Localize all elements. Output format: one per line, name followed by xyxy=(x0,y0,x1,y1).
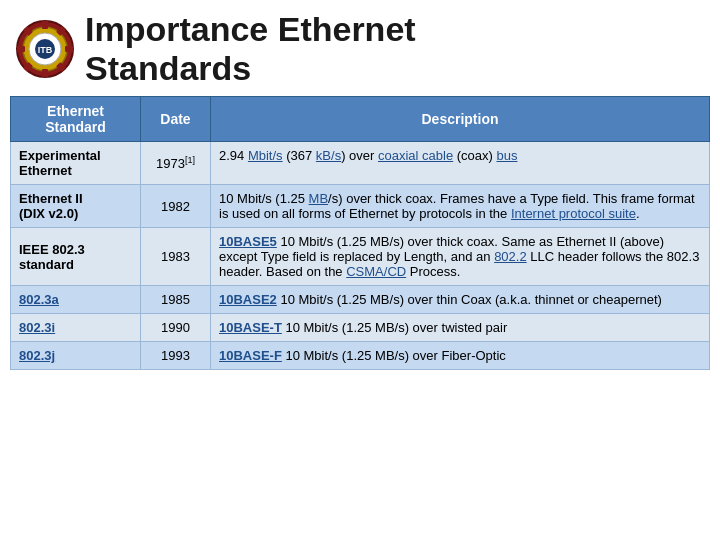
802-3a-link[interactable]: 802.3a xyxy=(19,292,59,307)
standard-cell: Experimental Ethernet xyxy=(11,142,141,185)
ip-suite-link[interactable]: Internet protocol suite xyxy=(511,206,636,221)
desc-cell: 10BASE2 10 Mbit/s (1.25 MB/s) over thin … xyxy=(211,286,710,314)
col-header-standard: Ethernet Standard xyxy=(11,97,141,142)
logo-icon: ITB xyxy=(15,19,75,79)
main-table-container: Ethernet Standard Date Description Exper… xyxy=(0,96,720,380)
date-cell: 1990 xyxy=(141,314,211,342)
ethernet-table: Ethernet Standard Date Description Exper… xyxy=(10,96,710,370)
date-cell: 1983 xyxy=(141,228,211,286)
kb-link[interactable]: kB/s xyxy=(316,148,341,163)
svg-rect-5 xyxy=(17,46,25,52)
svg-rect-4 xyxy=(42,69,48,77)
svg-text:ITB: ITB xyxy=(38,45,53,55)
standard-cell: Ethernet II(DIX v2.0) xyxy=(11,185,141,228)
csma-link[interactable]: CSMA/CD xyxy=(346,264,406,279)
desc-cell: 10BASE5 10 Mbit/s (1.25 MB/s) over thick… xyxy=(211,228,710,286)
page-title: Importance Ethernet Standards xyxy=(85,10,416,88)
date-cell: 1982 xyxy=(141,185,211,228)
standard-cell: 802.3a xyxy=(11,286,141,314)
bus-link[interactable]: bus xyxy=(496,148,517,163)
802-2-link[interactable]: 802.2 xyxy=(494,249,527,264)
table-row: Experimental Ethernet 1973[1] 2.94 Mbit/… xyxy=(11,142,710,185)
col-header-date: Date xyxy=(141,97,211,142)
col-header-description: Description xyxy=(211,97,710,142)
date-cell: 1993 xyxy=(141,342,211,370)
desc-cell: 2.94 Mbit/s (367 kB/s) over coaxial cabl… xyxy=(211,142,710,185)
svg-rect-6 xyxy=(65,46,73,52)
10base5-link[interactable]: 10BASE5 xyxy=(219,234,277,249)
desc-cell: 10 Mbit/s (1.25 MB/s) over thick coax. F… xyxy=(211,185,710,228)
10base2-link[interactable]: 10BASE2 xyxy=(219,292,277,307)
page-title-block: Importance Ethernet Standards xyxy=(85,10,416,88)
standard-cell: 802.3i xyxy=(11,314,141,342)
mbit-link[interactable]: Mbit/s xyxy=(248,148,283,163)
802-3j-link[interactable]: 802.3j xyxy=(19,348,55,363)
date-cell: 1973[1] xyxy=(141,142,211,185)
table-row: IEEE 802.3standard 1983 10BASE5 10 Mbit/… xyxy=(11,228,710,286)
table-row: 802.3i 1990 10BASE-T 10 Mbit/s (1.25 MB/… xyxy=(11,314,710,342)
desc-cell: 10BASE-F 10 Mbit/s (1.25 MB/s) over Fibe… xyxy=(211,342,710,370)
standard-cell: IEEE 802.3standard xyxy=(11,228,141,286)
standard-cell: 802.3j xyxy=(11,342,141,370)
10base-f-link[interactable]: 10BASE-F xyxy=(219,348,282,363)
10base-t-link[interactable]: 10BASE-T xyxy=(219,320,282,335)
coaxial-link[interactable]: coaxial cable xyxy=(378,148,453,163)
table-row: 802.3a 1985 10BASE2 10 Mbit/s (1.25 MB/s… xyxy=(11,286,710,314)
table-header-row: Ethernet Standard Date Description xyxy=(11,97,710,142)
mb-link[interactable]: MB xyxy=(309,191,329,206)
desc-cell: 10BASE-T 10 Mbit/s (1.25 MB/s) over twis… xyxy=(211,314,710,342)
table-row: 802.3j 1993 10BASE-F 10 Mbit/s (1.25 MB/… xyxy=(11,342,710,370)
table-row: Ethernet II(DIX v2.0) 1982 10 Mbit/s (1.… xyxy=(11,185,710,228)
svg-rect-3 xyxy=(42,21,48,29)
date-cell: 1985 xyxy=(141,286,211,314)
802-3i-link[interactable]: 802.3i xyxy=(19,320,55,335)
page-header: ITB Importance Ethernet Standards xyxy=(0,0,720,96)
